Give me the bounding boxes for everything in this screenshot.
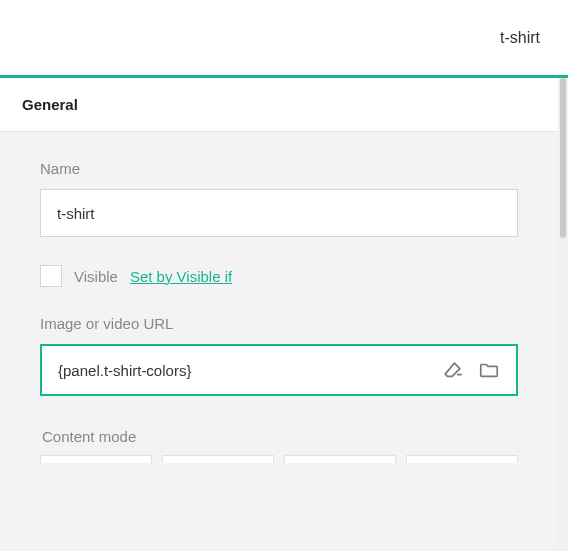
browse-button[interactable] [476, 357, 502, 383]
content-mode-option[interactable] [162, 455, 274, 463]
main-area: General Name Visible Set by Visible if I… [0, 78, 568, 551]
content-mode-option[interactable] [40, 455, 152, 463]
name-label: Name [40, 160, 518, 177]
scrollbar[interactable] [558, 78, 568, 551]
header-title: t-shirt [500, 29, 540, 47]
content-mode-option[interactable] [284, 455, 396, 463]
image-url-input[interactable] [58, 362, 430, 379]
visible-checkbox[interactable] [40, 265, 62, 287]
visible-row: Visible Set by Visible if [40, 265, 518, 287]
folder-icon [478, 359, 500, 381]
image-url-input-wrap [40, 344, 518, 396]
properties-panel: General Name Visible Set by Visible if I… [0, 78, 558, 551]
visible-if-link[interactable]: Set by Visible if [130, 268, 232, 285]
section-body: Name Visible Set by Visible if Image or … [0, 132, 558, 473]
visible-label: Visible [74, 268, 118, 285]
content-mode-label: Content mode [40, 428, 518, 445]
erase-icon [442, 359, 464, 381]
section-header-general[interactable]: General [0, 78, 558, 132]
header: t-shirt [0, 0, 568, 78]
content-mode-tabs [40, 455, 518, 463]
image-url-label: Image or video URL [40, 315, 518, 332]
content-mode-option[interactable] [406, 455, 518, 463]
scrollbar-thumb[interactable] [560, 78, 566, 238]
clear-button[interactable] [440, 357, 466, 383]
name-input[interactable] [40, 189, 518, 237]
